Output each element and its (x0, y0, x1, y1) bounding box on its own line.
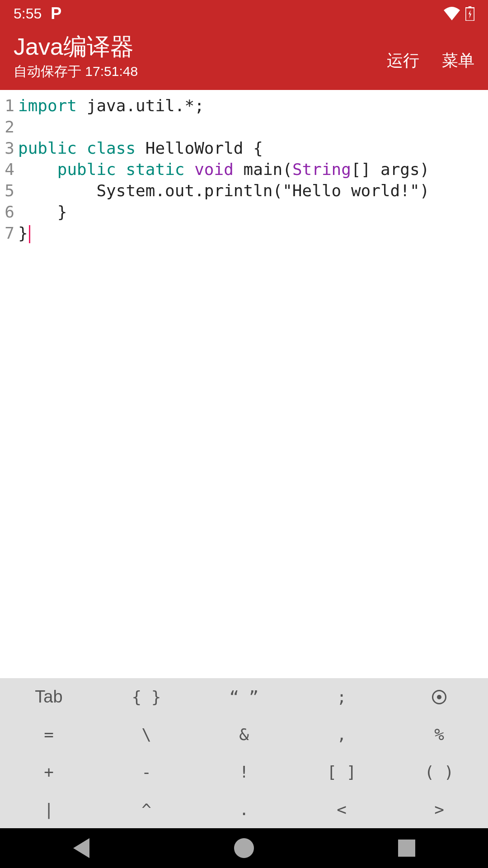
line-number: 3 (0, 138, 14, 159)
exclaim-key[interactable]: ! (195, 753, 293, 791)
code-editor[interactable]: 1234567 import java.util.*;public class … (0, 90, 488, 678)
line-number: 7 (0, 223, 14, 244)
line-number: 1 (0, 95, 14, 117)
tab-key[interactable]: Tab (0, 678, 98, 716)
svg-rect-1 (469, 6, 471, 8)
code-line[interactable]: } (18, 202, 488, 223)
ampersand-key[interactable]: & (195, 716, 293, 753)
back-button[interactable] (36, 828, 127, 868)
backslash-key[interactable]: \ (98, 716, 195, 753)
less-key[interactable]: < (293, 791, 390, 828)
recent-icon (398, 840, 415, 857)
equals-key[interactable]: = (0, 716, 98, 753)
comma-key[interactable]: , (293, 716, 390, 753)
brackets-key[interactable]: [ ] (293, 753, 390, 791)
home-button[interactable] (199, 828, 289, 868)
code-line[interactable]: System.out.println("Hello world!") (18, 180, 488, 202)
app-title: Java编译器 (14, 33, 138, 61)
code-line[interactable] (18, 117, 488, 138)
back-icon (73, 838, 89, 858)
code-line[interactable]: public static void main(String[] args) (18, 159, 488, 180)
code-line[interactable]: import java.util.*; (18, 95, 488, 117)
app-title-block: Java编译器 自动保存于 17:51:48 (14, 33, 138, 81)
line-gutter: 1234567 (0, 95, 18, 678)
parens-key[interactable]: ( ) (390, 753, 488, 791)
status-time: 5:55 (14, 5, 42, 22)
wifi-icon (444, 7, 460, 20)
menu-button[interactable]: 菜单 (442, 50, 474, 72)
status-left: 5:55 P (14, 4, 61, 23)
home-icon (234, 838, 254, 858)
line-number: 4 (0, 159, 14, 180)
run-button[interactable]: 运行 (387, 50, 419, 72)
target-key[interactable] (390, 678, 488, 716)
caret-key[interactable]: ^ (98, 791, 195, 828)
recent-button[interactable] (361, 828, 452, 868)
line-number: 2 (0, 117, 14, 138)
semicolon-key[interactable]: ; (293, 678, 390, 716)
app-bar: Java编译器 自动保存于 17:51:48 运行 菜单 (0, 27, 488, 90)
code-line[interactable]: public class HelloWorld { (18, 138, 488, 159)
pipe-key[interactable]: | (0, 791, 98, 828)
code-content[interactable]: import java.util.*;public class HelloWor… (18, 95, 488, 678)
braces-key[interactable]: { } (98, 678, 195, 716)
symbol-toolbar: Tab{ }“ ”;=\&,%+-![ ]( )|^.<> (0, 678, 488, 828)
status-right (444, 6, 474, 21)
line-number: 6 (0, 202, 14, 223)
dot-key[interactable]: . (195, 791, 293, 828)
target-icon (432, 690, 446, 704)
percent-key[interactable]: % (390, 716, 488, 753)
app-actions: 运行 菜单 (387, 50, 474, 72)
battery-charging-icon (465, 6, 474, 21)
code-line[interactable]: } (18, 223, 488, 244)
text-cursor (29, 225, 30, 243)
autosave-status: 自动保存于 17:51:48 (14, 62, 138, 81)
greater-key[interactable]: > (390, 791, 488, 828)
line-number: 5 (0, 180, 14, 202)
navigation-bar (0, 828, 488, 868)
status-bar: 5:55 P (0, 0, 488, 27)
app-indicator-icon: P (51, 4, 61, 23)
quotes-key[interactable]: “ ” (195, 678, 293, 716)
minus-key[interactable]: - (98, 753, 195, 791)
plus-key[interactable]: + (0, 753, 98, 791)
